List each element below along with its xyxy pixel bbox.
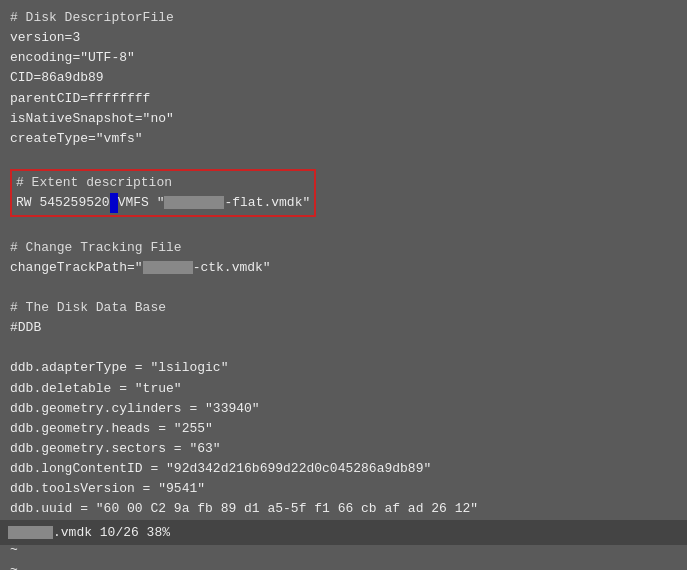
line-extent-rw: RW 545259520 VMFS "​-flat.vmdk" xyxy=(16,193,310,213)
line-heads: ddb.geometry.heads = "255" xyxy=(10,419,677,439)
line-ddb: #DDB xyxy=(10,318,677,338)
line-4: CID=86a9db89 xyxy=(10,68,677,88)
line-blank-4 xyxy=(10,338,677,358)
line-uuid: ddb.uuid = "60 00 C2 9a fb 89 d1 a5-5f f… xyxy=(10,499,677,519)
redacted-ctk: ​ xyxy=(143,261,193,274)
status-filename-redacted: ​ xyxy=(8,526,53,539)
line-5: parentCID=ffffffff xyxy=(10,89,677,109)
line-tilde-2: ~ xyxy=(10,560,677,570)
cursor xyxy=(110,193,118,213)
line-cylinders: ddb.geometry.cylinders = "33940" xyxy=(10,399,677,419)
line-longcontent: ddb.longContentID = "92d342d216b699d22d0… xyxy=(10,459,677,479)
status-bar: ​.vmdk 10/26 38% xyxy=(0,520,687,545)
line-ddb-comment: # The Disk Data Base xyxy=(10,298,677,318)
line-1: # Disk DescriptorFile xyxy=(10,8,677,28)
line-sectors: ddb.geometry.sectors = "63" xyxy=(10,439,677,459)
line-adapter: ddb.adapterType = "lsilogic" xyxy=(10,358,677,378)
line-blank-3 xyxy=(10,278,677,298)
line-8 xyxy=(10,149,677,169)
redacted-flat-vmdk: ​ xyxy=(164,196,224,209)
status-text: ​.vmdk 10/26 38% xyxy=(8,525,170,540)
line-deletable: ddb.deletable = "true" xyxy=(10,379,677,399)
line-extent-comment: # Extent description xyxy=(16,173,310,193)
line-change-tracking: # Change Tracking File xyxy=(10,238,677,258)
line-3: encoding="UTF-8" xyxy=(10,48,677,68)
editor-container: # Disk DescriptorFile version=3 encoding… xyxy=(0,0,687,545)
line-2: version=3 xyxy=(10,28,677,48)
line-blank-2 xyxy=(10,217,677,237)
line-6: isNativeSnapshot="no" xyxy=(10,109,677,129)
line-ctk-path: changeTrackPath="​-ctk.vmdk" xyxy=(10,258,677,278)
line-tools-version: ddb.toolsVersion = "9541" xyxy=(10,479,677,499)
line-7: createType="vmfs" xyxy=(10,129,677,149)
